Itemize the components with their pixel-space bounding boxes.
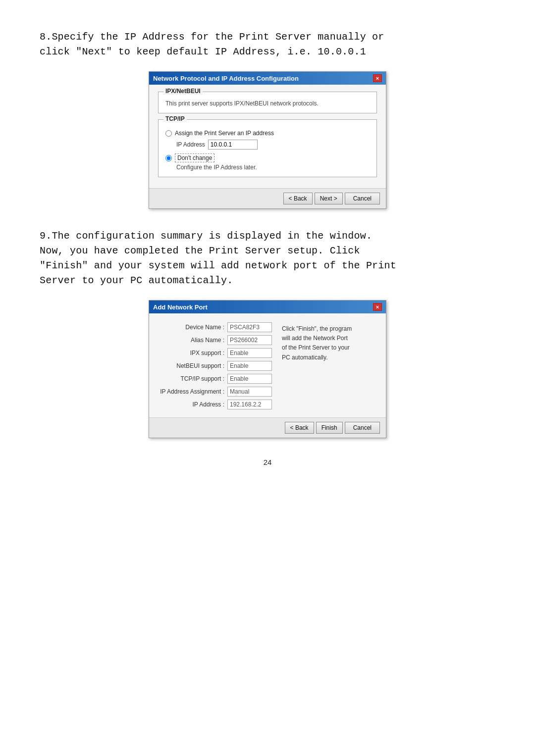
assign-ip-radio[interactable] xyxy=(165,130,172,137)
table-row: IP Address :192.168.2.2 xyxy=(158,400,272,409)
dont-change-radio[interactable] xyxy=(165,155,172,161)
dialog2-body: Device Name :PSCA82F3Alias Name :PS26600… xyxy=(149,313,386,417)
step8-text: 8.Specify the IP Address for the Print S… xyxy=(40,30,495,59)
ipx-section-desc: This print server supports IPX/NetBEUI n… xyxy=(165,100,370,107)
table-row: Alias Name :PS266002 xyxy=(158,335,272,345)
back2-button[interactable]: < Back xyxy=(285,422,314,434)
next-button[interactable]: Next > xyxy=(315,193,343,204)
summary-description: Click "Finish", the program will add the… xyxy=(282,322,377,412)
summary-row-value: Enable xyxy=(227,348,272,358)
dialog1-body: IPX/NetBEUI This print server supports I… xyxy=(149,85,386,188)
summary-fields: Device Name :PSCA82F3Alias Name :PS26600… xyxy=(158,322,272,412)
summary-row-value: PSCA82F3 xyxy=(227,322,272,332)
summary-row-value: Manual xyxy=(227,387,272,397)
cancel-button[interactable]: Cancel xyxy=(345,193,380,204)
dialog2-titlebar: Add Network Port × xyxy=(149,301,386,313)
back2-btn-group: < Back xyxy=(285,422,314,434)
table-row: IP Address Assignment :Manual xyxy=(158,387,272,397)
dialog1-close-button[interactable]: × xyxy=(373,74,382,82)
summary-row-label: IP Address : xyxy=(158,401,227,408)
dialog2-close-button[interactable]: × xyxy=(373,303,382,311)
table-row: Device Name :PSCA82F3 xyxy=(158,322,272,332)
back2-divider xyxy=(314,422,314,434)
dialog2-footer: < Back Finish Cancel xyxy=(149,417,386,438)
finish-button[interactable]: Finish xyxy=(317,422,343,434)
tcpip-section-label: TCP/IP xyxy=(163,115,187,122)
step9-text: 9.The configuration summary is displayed… xyxy=(40,229,495,288)
back-btn-group: < Back xyxy=(283,193,313,204)
ip-address-row: IP Address xyxy=(176,140,370,150)
summary-row-value: Enable xyxy=(227,361,272,371)
summary-row-label: TCP/IP support : xyxy=(158,375,227,382)
dont-change-label: Don't change xyxy=(175,153,214,162)
dialog2-title: Add Network Port xyxy=(153,303,208,311)
tcpip-section: TCP/IP Assign the Print Server an IP add… xyxy=(158,119,377,177)
network-protocol-dialog: Network Protocol and IP Address Configur… xyxy=(149,71,386,209)
summary-row-value: Enable xyxy=(227,374,272,384)
dont-change-radio-row: Don't change xyxy=(165,154,370,161)
summary-row-value: PS266002 xyxy=(227,335,272,345)
dialog1-titlebar: Network Protocol and IP Address Configur… xyxy=(149,72,386,85)
table-row: TCP/IP support :Enable xyxy=(158,374,272,384)
next-btn-group: Next > xyxy=(315,193,343,204)
back-divider xyxy=(312,193,313,204)
table-row: NetBEUI support :Enable xyxy=(158,361,272,371)
ip-address-label: IP Address xyxy=(176,141,205,148)
dialog1-wrapper: Network Protocol and IP Address Configur… xyxy=(40,71,495,209)
finish-btn-group: Finish xyxy=(316,422,343,434)
dialog2-wrapper: Add Network Port × Device Name :PSCA82F3… xyxy=(40,300,495,438)
ipx-section-label: IPX/NetBEUI xyxy=(163,88,203,95)
assign-ip-label: Assign the Print Server an IP address xyxy=(175,130,274,137)
summary-row-label: Device Name : xyxy=(158,324,227,331)
ipx-section: IPX/NetBEUI This print server supports I… xyxy=(158,92,377,113)
summary-row-label: NetBEUI support : xyxy=(158,362,227,369)
summary-row-label: Alias Name : xyxy=(158,337,227,344)
page-number: 24 xyxy=(40,458,495,466)
back-button[interactable]: < Back xyxy=(283,193,312,204)
table-row: IPX support :Enable xyxy=(158,348,272,358)
configure-later-text: Configure the IP Address later. xyxy=(176,164,370,171)
summary-row-label: IPX support : xyxy=(158,350,227,356)
assign-ip-radio-row: Assign the Print Server an IP address xyxy=(165,130,370,137)
ip-address-input[interactable] xyxy=(208,140,258,150)
cancel2-button[interactable]: Cancel xyxy=(345,422,380,434)
dialog1-footer: < Back Next > Cancel xyxy=(149,188,386,208)
dialog1-title: Network Protocol and IP Address Configur… xyxy=(153,75,299,82)
add-network-port-dialog: Add Network Port × Device Name :PSCA82F3… xyxy=(149,300,386,438)
summary-row-value: 192.168.2.2 xyxy=(227,400,272,409)
summary-table: Device Name :PSCA82F3Alias Name :PS26600… xyxy=(158,322,377,412)
summary-row-label: IP Address Assignment : xyxy=(158,388,227,395)
